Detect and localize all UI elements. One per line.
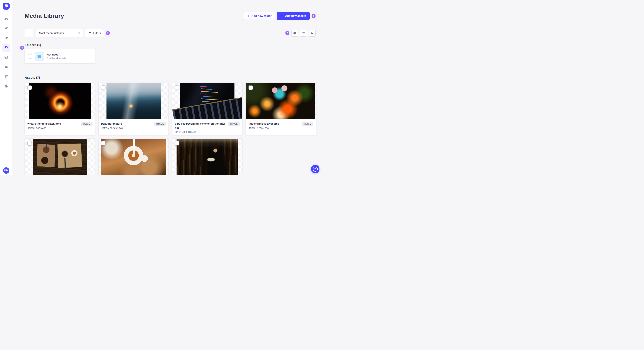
asset-texts: beautiful-picture JPEG - 3824✕2548 <box>101 122 123 130</box>
list-icon <box>302 31 306 35</box>
asset-type-badge: IMAGE <box>81 122 92 126</box>
sidebar-item-deploy[interactable] <box>2 63 10 71</box>
asset-type-badge: IMAGE <box>228 122 240 126</box>
asset-info: what-s-inside-a-black-hole JPEG - 800✕46… <box>25 119 95 132</box>
step-badge-2: 2 <box>106 31 110 35</box>
asset-thumbnail <box>29 83 91 119</box>
asset-card[interactable]: the-internet-s-own-boy JPEG - 1200✕707 I… <box>172 138 242 175</box>
step-badge-3: 3 <box>285 31 290 35</box>
folders-section: 4 Folders (1) Not used 0 folder, 4 asset… <box>25 43 316 64</box>
plus-icon <box>247 14 250 17</box>
grid-settings-button[interactable] <box>291 30 298 37</box>
folder-icon-box <box>35 52 44 61</box>
paper-plane-icon <box>4 36 8 40</box>
asset-texts: this-shrimp-is-awesome JPEG - 1200✕630 <box>248 122 279 130</box>
asset-info: this-shrimp-is-awesome JPEG - 1200✕630 I… <box>246 119 316 132</box>
sidebar-nav <box>2 15 10 90</box>
asset-card[interactable]: what-s-inside-a-black-hole JPEG - 800✕46… <box>25 83 95 135</box>
user-avatar[interactable]: KD <box>3 167 9 174</box>
folder-texts: Not used 0 folder, 4 assets <box>47 53 66 60</box>
asset-meta: JPEG - 3824✕2548 <box>101 127 123 130</box>
toolbar: Most recent uploads Filters 2 3 <box>25 29 316 37</box>
asset-card[interactable]: beautiful-picture JPEG - 3824✕2548 IMAGE <box>98 83 169 135</box>
asset-thumbnail-area <box>98 139 168 175</box>
search-icon <box>310 31 314 35</box>
asset-thumbnail-area <box>172 139 242 175</box>
asset-checkbox[interactable] <box>248 85 253 90</box>
asset-thumbnail <box>176 139 238 175</box>
select-all-checkbox-card[interactable] <box>25 29 33 37</box>
cog-icon <box>293 31 297 35</box>
asset-meta: JPEG - 800✕466 <box>28 127 61 130</box>
asset-meta: JPEG - 1200✕630 <box>248 127 279 130</box>
section-divider <box>25 70 316 70</box>
add-new-assets-label: Add new assets <box>285 14 306 17</box>
list-view-button[interactable] <box>300 30 307 37</box>
sidebar-item-media-library[interactable] <box>2 44 10 52</box>
folder-checkbox[interactable] <box>28 54 32 58</box>
asset-card[interactable]: a-bug-is-becoming-a-meme-on-the-internet… <box>172 83 242 135</box>
asset-thumbnail <box>180 83 234 119</box>
home-icon <box>4 17 8 21</box>
asset-card[interactable]: coffee-art JPEG - 5824✕3259 IMAGE <box>98 138 169 175</box>
asset-checkbox[interactable] <box>175 85 179 90</box>
add-new-folder-button[interactable]: Add new folder <box>243 12 275 20</box>
select-all-checkbox[interactable] <box>27 31 31 35</box>
sidebar-item-content-type-builder[interactable] <box>2 53 10 61</box>
asset-thumbnail-area <box>98 83 168 119</box>
asset-thumbnail <box>101 139 166 175</box>
sidebar-item-releases[interactable] <box>2 34 10 42</box>
asset-checkbox[interactable] <box>28 141 32 146</box>
add-new-assets-button[interactable]: Add new assets <box>277 12 310 20</box>
filter-icon <box>88 31 92 35</box>
asset-checkbox[interactable] <box>101 141 106 146</box>
asset-checkbox[interactable] <box>101 85 106 90</box>
toolbar-left: Most recent uploads Filters 2 <box>25 29 110 37</box>
folders-heading: Folders (1) <box>25 43 316 47</box>
chevron-down-icon <box>78 32 80 34</box>
asset-texts: a-bug-is-becoming-a-meme-on-the-internet… <box>175 122 226 134</box>
asset-title: this-shrimp-is-awesome <box>248 122 279 126</box>
assets-grid: what-s-inside-a-black-hole JPEG - 800✕46… <box>25 83 316 175</box>
help-button[interactable]: ? <box>311 165 320 173</box>
sidebar-item-content-manager[interactable] <box>2 24 10 32</box>
asset-checkbox[interactable] <box>28 85 32 90</box>
assets-section: Assets (7) what-s-inside-a-black-hole JP… <box>25 76 316 175</box>
gear-icon <box>4 84 8 88</box>
folder-card[interactable]: Not used 0 folder, 4 assets <box>25 49 95 64</box>
sort-dropdown[interactable]: Most recent uploads <box>36 29 83 37</box>
content-layout-icon <box>4 55 8 59</box>
strapi-logo-icon <box>3 3 10 9</box>
search-button[interactable] <box>309 30 316 37</box>
folder-meta: 0 folder, 4 assets <box>47 57 66 60</box>
asset-title: what-s-inside-a-black-hole <box>28 122 61 126</box>
sidebar-item-marketplace[interactable] <box>2 72 10 80</box>
asset-title: beautiful-picture <box>101 122 123 126</box>
feather-icon <box>4 26 8 31</box>
asset-thumbnail-area <box>246 83 316 119</box>
asset-info: a-bug-is-becoming-a-meme-on-the-internet… <box>172 119 242 135</box>
page-header: Media Library Add new folder Add new ass… <box>25 8 316 23</box>
header-actions: Add new folder Add new assets 1 <box>243 12 316 20</box>
sidebar-item-settings[interactable] <box>2 82 10 90</box>
sidebar-item-home[interactable] <box>2 15 10 23</box>
asset-card[interactable]: coffee-beans JPEG - 5021✕3347 IMAGE <box>25 138 95 175</box>
add-new-folder-label: Add new folder <box>252 14 272 17</box>
filters-label: Filters <box>93 31 101 35</box>
assets-heading: Assets (7) <box>25 76 316 79</box>
filters-button[interactable]: Filters <box>85 29 104 37</box>
media-library-icon <box>4 45 8 50</box>
asset-title: a-bug-is-becoming-a-meme-on-the-internet <box>175 122 226 130</box>
sidebar: KD <box>0 0 12 175</box>
cloud-icon <box>4 65 8 69</box>
step-badge-4: 4 <box>20 46 24 50</box>
plus-icon <box>280 14 284 17</box>
strapi-logo[interactable] <box>3 3 10 9</box>
sort-dropdown-value: Most recent uploads <box>39 31 64 35</box>
asset-meta: JPEG - 3628✕2419 <box>175 131 226 134</box>
asset-thumbnail <box>106 83 161 119</box>
asset-thumbnail-area <box>25 83 95 119</box>
asset-thumbnail-area <box>172 83 242 119</box>
asset-checkbox[interactable] <box>175 141 179 146</box>
asset-card[interactable]: this-shrimp-is-awesome JPEG - 1200✕630 I… <box>246 83 316 135</box>
